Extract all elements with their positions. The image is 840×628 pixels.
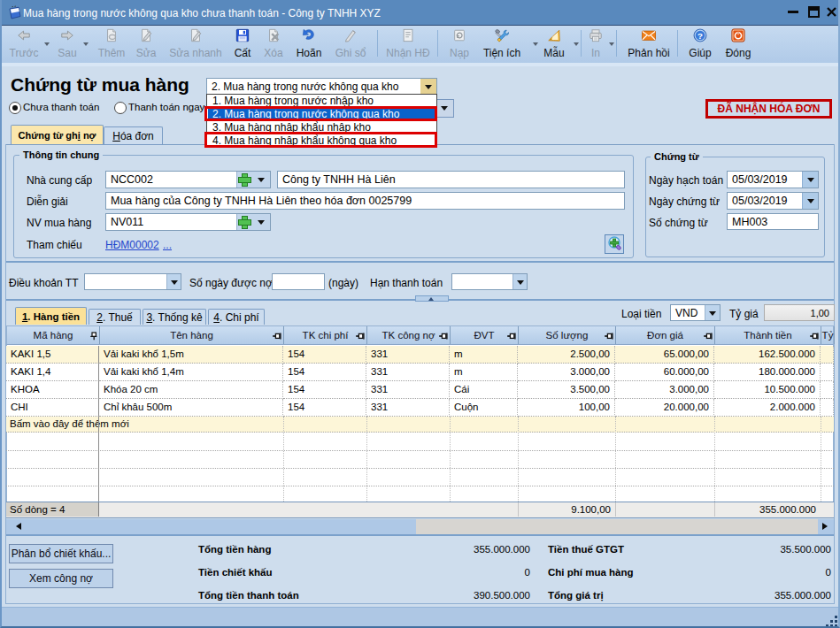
svg-text:?: ? (697, 31, 703, 41)
